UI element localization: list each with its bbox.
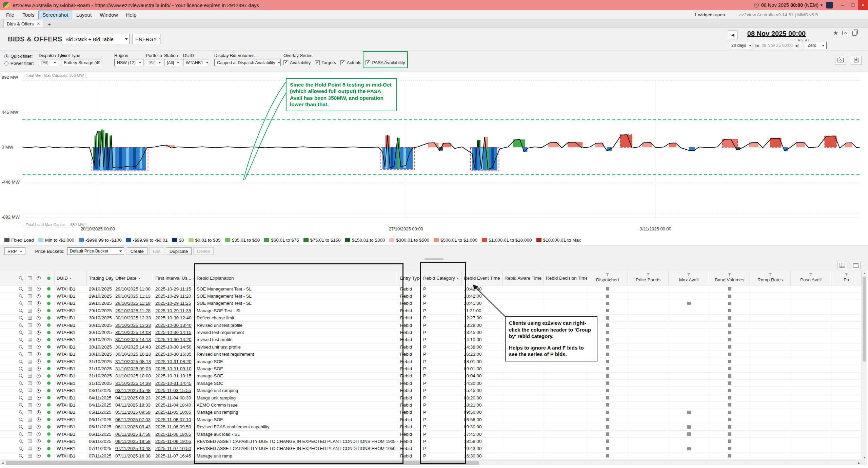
table-row[interactable]: WTAHB131/10/202531/10/2025 08:132025-10-… <box>0 358 862 365</box>
table-window-button[interactable] <box>851 262 861 269</box>
as-at-date[interactable]: 08 Nov 2025 00:00 <box>743 30 810 38</box>
table-row[interactable]: WTAHB131/10/202531/10/2025 10:082025-10-… <box>0 373 862 380</box>
row-magnifier-button[interactable] <box>17 365 25 372</box>
filter-select-region[interactable]: NSW (12) <box>114 59 143 66</box>
filter-select-fuel-type[interactable]: Battery Storage (49) <box>61 59 101 66</box>
row-bid-table-button[interactable] <box>25 293 34 299</box>
favorite-star-icon[interactable]: ★ <box>833 30 838 36</box>
time-range-select[interactable]: 20 days <box>729 42 751 49</box>
duplicate-button[interactable]: Duplicate <box>166 247 192 255</box>
cell-offer-date[interactable]: 05/11/2025 09:58 <box>113 409 153 416</box>
filter-select-portfolio[interactable]: [All] <box>146 59 162 66</box>
row-status-dot-button[interactable] <box>43 416 55 423</box>
table-row[interactable]: WTAHB129/10/202529/10/2025 11:182025-10-… <box>0 300 862 307</box>
table-row[interactable]: WTAHB106/11/202506/11/2025 07:032025-11-… <box>0 416 862 423</box>
delete-button[interactable]: Delete <box>193 247 214 255</box>
row-magnifier-button[interactable] <box>17 394 25 401</box>
row-time-travel-button[interactable] <box>34 380 43 387</box>
row-bid-table-button[interactable] <box>25 307 34 314</box>
commodity-select[interactable]: ENERGY <box>133 34 160 44</box>
cell-offer-date[interactable]: 31/10/2025 08:13 <box>113 358 153 365</box>
table-row[interactable]: WTAHB131/10/202531/10/2025 14:382025-10-… <box>0 380 862 387</box>
row-magnifier-button[interactable] <box>17 351 25 358</box>
power-filter-radio[interactable] <box>4 61 8 65</box>
row-status-dot-button[interactable] <box>43 285 55 292</box>
table-row[interactable]: WTAHB129/10/202529/10/2025 11:282025-10-… <box>0 307 862 314</box>
scroll-left-arrow[interactable]: ◀ <box>0 461 5 466</box>
cell-offer-date[interactable]: 31/10/2025 14:38 <box>113 380 153 387</box>
row-magnifier-button[interactable] <box>17 438 25 445</box>
row-bid-table-button[interactable] <box>25 431 34 437</box>
row-status-dot-button[interactable] <box>43 401 55 408</box>
row-status-dot-button[interactable] <box>43 445 55 452</box>
price-bucket-select[interactable]: Default Price Bucket <box>67 247 124 255</box>
column-header-offer-date[interactable]: Offer Date▲ <box>113 271 153 285</box>
row-bid-table-button[interactable] <box>25 365 34 372</box>
cell-offer-date[interactable]: 30/10/2025 16:28 <box>113 351 153 358</box>
menu-layout[interactable]: Layout <box>72 11 96 19</box>
cell-first-interval[interactable]: 2025-11-04 08:30 <box>153 394 195 401</box>
row-magnifier-button[interactable] <box>17 322 25 329</box>
table-row[interactable]: WTAHB104/11/202504/11/2025 18:332025-11-… <box>0 401 862 409</box>
cell-offer-date[interactable]: 04/11/2025 08:23 <box>113 394 153 401</box>
cell-first-interval[interactable]: 2025-10-31 08:20 <box>153 358 195 365</box>
cell-offer-date[interactable]: 31/10/2025 10:08 <box>113 373 153 379</box>
rrp-panel-button[interactable]: RRP▲ <box>4 247 25 255</box>
row-bid-table-button[interactable] <box>25 351 34 358</box>
row-time-travel-button[interactable] <box>34 358 43 365</box>
row-magnifier-button[interactable] <box>17 358 25 365</box>
tray-app-icon[interactable] <box>826 2 833 8</box>
edit-button[interactable]: Edit <box>149 247 164 255</box>
cell-offer-date[interactable]: 30/10/2025 14:43 <box>113 343 153 350</box>
table-row[interactable]: WTAHB130/10/202530/10/2025 14:132025-10-… <box>0 336 862 343</box>
tab-close-icon[interactable]: × <box>37 21 40 26</box>
row-status-dot-button[interactable] <box>43 365 55 372</box>
row-status-dot-button[interactable] <box>43 343 55 350</box>
row-status-dot-button[interactable] <box>43 315 55 321</box>
cell-first-interval[interactable]: 2025-10-30 14:15 <box>153 329 195 336</box>
column-header-band-volumes[interactable]: Band Volumes <box>709 271 750 285</box>
cell-offer-date[interactable]: 30/10/2025 13:33 <box>113 322 153 329</box>
nav-start-button[interactable]: |◀ <box>753 44 760 48</box>
tab-bids-offers[interactable]: Bids & Offers × <box>3 20 43 27</box>
scroll-right-arrow[interactable]: ▶ <box>856 461 862 466</box>
column-header-status-dot[interactable] <box>43 271 55 285</box>
row-magnifier-button[interactable] <box>17 387 25 394</box>
row-status-dot-button[interactable] <box>43 380 55 387</box>
table-row[interactable]: WTAHB104/11/202504/11/2025 08:232025-11-… <box>0 394 862 401</box>
row-magnifier-button[interactable] <box>17 373 25 379</box>
horizontal-scrollbar[interactable]: ◀ ▶ <box>0 460 862 465</box>
cell-offer-date[interactable]: 29/10/2025 11:18 <box>113 300 153 307</box>
column-header-rebid-event-time[interactable]: Rebid Event Time <box>462 271 502 285</box>
cell-offer-date[interactable]: 06/11/2025 18:58 <box>113 438 153 445</box>
column-header-bid-table[interactable] <box>25 271 34 285</box>
table-row[interactable]: WTAHB106/11/202506/11/2025 18:582025-11-… <box>0 438 862 445</box>
close-button[interactable]: × <box>858 0 868 10</box>
table-row[interactable]: WTAHB103/11/202503/11/2025 15:482025-11-… <box>0 387 862 394</box>
row-magnifier-button[interactable] <box>17 445 25 452</box>
row-status-dot-button[interactable] <box>43 373 55 379</box>
row-time-travel-button[interactable] <box>34 452 43 459</box>
minimize-button[interactable]: – <box>837 0 848 10</box>
row-status-dot-button[interactable] <box>43 358 55 365</box>
row-bid-table-button[interactable] <box>25 387 34 394</box>
panel-splitter-handle[interactable] <box>425 258 443 260</box>
column-header-price-bands[interactable]: Price Bands <box>628 271 669 285</box>
cell-offer-date[interactable]: 29/10/2025 11:08 <box>113 285 153 292</box>
row-bid-table-button[interactable] <box>25 373 34 379</box>
cell-first-interval[interactable]: 2025-11-06 18:05 <box>153 431 195 437</box>
table-row[interactable]: WTAHB130/10/202530/10/2025 12:332025-10-… <box>0 315 862 322</box>
cell-first-interval[interactable]: 2025-11-07 10:50 <box>153 445 195 452</box>
row-status-dot-button[interactable] <box>43 336 55 343</box>
row-time-travel-button[interactable] <box>34 409 43 416</box>
column-header-rebid-decision-time[interactable]: Rebid Decision Time <box>544 271 587 285</box>
column-header-rebid-category[interactable]: Rebid Category▲ <box>421 271 462 285</box>
scroll-down-arrow[interactable]: ▼ <box>862 455 867 460</box>
cell-first-interval[interactable]: 2025-11-05 10:05 <box>153 409 195 416</box>
row-magnifier-button[interactable] <box>17 307 25 314</box>
row-magnifier-button[interactable] <box>17 285 25 292</box>
overlay-checkbox-actuals[interactable]: ✓Actuals <box>340 60 361 65</box>
row-status-dot-button[interactable] <box>43 438 55 445</box>
row-magnifier-button[interactable] <box>17 416 25 423</box>
power-filter-radio-row[interactable]: Power filter: <box>4 61 34 66</box>
